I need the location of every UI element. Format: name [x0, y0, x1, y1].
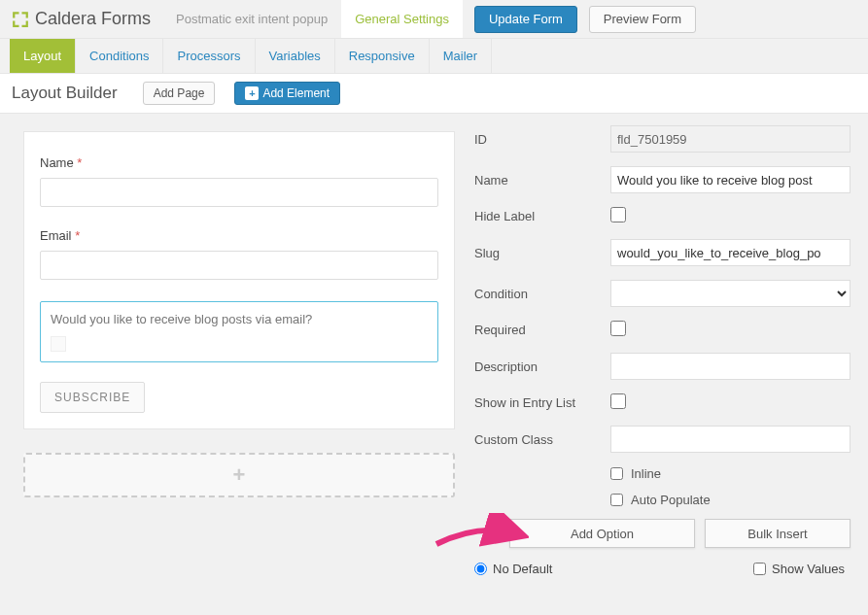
field-settings-column: ID Name Hide Label Slug Condition Requir…	[467, 114, 868, 588]
update-form-button[interactable]: Update Form	[474, 6, 577, 33]
auto-populate-label: Auto Populate	[631, 493, 711, 507]
form-preview-card: Name * Email * Would you like to receive…	[23, 131, 455, 429]
show-values-label: Show Values	[772, 562, 845, 576]
show-values-checkbox[interactable]	[753, 563, 766, 575]
bulk-insert-button[interactable]: Bulk Insert	[705, 519, 851, 548]
tab-form-name[interactable]: Postmatic exit intent popup	[162, 0, 341, 38]
setting-auto-populate: Auto Populate	[610, 493, 851, 507]
required-asterisk: *	[77, 155, 82, 170]
setting-show-entry: Show in Entry List	[474, 393, 851, 412]
name-setting-label: Name	[474, 173, 610, 188]
slug-input[interactable]	[610, 239, 851, 266]
subtab-processors[interactable]: Processors	[163, 39, 255, 73]
inline-label: Inline	[631, 466, 661, 481]
brand: Caldera Forms	[0, 0, 162, 38]
setting-name: Name	[474, 166, 851, 193]
brand-title: Caldera Forms	[35, 9, 151, 29]
condition-label: Condition	[474, 287, 610, 301]
no-default-radio[interactable]	[474, 563, 487, 575]
show-entry-checkbox[interactable]	[610, 393, 626, 409]
subtab-responsive[interactable]: Responsive	[335, 39, 430, 73]
setting-required: Required	[474, 321, 851, 339]
description-label: Description	[474, 359, 610, 374]
auto-populate-checkbox[interactable]	[610, 494, 623, 506]
show-entry-label: Show in Entry List	[474, 395, 610, 410]
custom-class-label: Custom Class	[474, 432, 610, 447]
id-label: ID	[474, 132, 610, 147]
setting-custom-class: Custom Class	[474, 426, 851, 453]
custom-class-input[interactable]	[610, 426, 851, 453]
required-checkbox[interactable]	[610, 321, 626, 336]
subtabs: Layout Conditions Processors Variables R…	[0, 39, 868, 74]
description-input[interactable]	[610, 353, 851, 380]
layout-preview-column: Name * Email * Would you like to receive…	[0, 114, 467, 588]
setting-condition: Condition	[474, 280, 851, 307]
setting-inline: Inline	[610, 466, 851, 481]
email-label: Email *	[40, 228, 438, 243]
plus-icon: +	[233, 462, 246, 488]
add-element-button[interactable]: + Add Element	[234, 82, 340, 105]
condition-select[interactable]	[610, 280, 851, 307]
caldera-logo-icon	[12, 11, 29, 28]
no-default-label: No Default	[493, 562, 552, 576]
hide-label-checkbox[interactable]	[610, 207, 626, 222]
setting-description: Description	[474, 353, 851, 380]
main: Name * Email * Would you like to receive…	[0, 114, 868, 588]
name-input[interactable]	[40, 178, 438, 207]
subscribe-button[interactable]: SUBSCRIBE	[40, 382, 145, 413]
inline-checkbox[interactable]	[610, 467, 623, 480]
required-label: Required	[474, 323, 610, 337]
tab-general-settings[interactable]: General Settings	[341, 0, 463, 38]
checkbox-placeholder	[51, 336, 66, 352]
required-asterisk: *	[75, 228, 80, 243]
options-buttons-row: Add Option Bulk Insert	[509, 519, 851, 548]
subtab-conditions[interactable]: Conditions	[76, 39, 163, 73]
builder-title: Layout Builder	[12, 84, 118, 103]
preview-form-button[interactable]: Preview Form	[589, 6, 696, 33]
subtab-layout[interactable]: Layout	[10, 39, 76, 73]
preview-name-field[interactable]: Name *	[40, 155, 438, 207]
topbar: Caldera Forms Postmatic exit intent popu…	[0, 0, 868, 39]
id-input	[610, 125, 851, 153]
name-label: Name *	[40, 155, 438, 170]
add-page-button[interactable]: Add Page	[143, 82, 216, 105]
annotation-arrow-icon	[432, 513, 529, 559]
subtab-mailer[interactable]: Mailer	[430, 39, 492, 73]
subtab-variables[interactable]: Variables	[256, 39, 335, 73]
name-setting-input[interactable]	[610, 166, 851, 193]
add-element-label: Add Element	[262, 86, 330, 100]
preview-checkbox-field-selected[interactable]: Would you like to receive blog posts via…	[40, 301, 438, 362]
builder-header: Layout Builder Add Page + Add Element	[0, 74, 868, 114]
slug-label: Slug	[474, 246, 610, 260]
setting-id: ID	[474, 125, 851, 153]
hide-label-label: Hide Label	[474, 209, 610, 223]
setting-hide-label: Hide Label	[474, 207, 851, 225]
add-option-button[interactable]: Add Option	[509, 519, 695, 548]
setting-slug: Slug	[474, 239, 851, 266]
email-input[interactable]	[40, 251, 438, 280]
preview-email-field[interactable]: Email *	[40, 228, 438, 280]
default-options-row: No Default Show Values	[474, 562, 851, 576]
checkbox-question-label: Would you like to receive blog posts via…	[51, 312, 428, 326]
plus-icon: +	[245, 86, 259, 100]
add-row-dropzone[interactable]: +	[23, 453, 455, 497]
